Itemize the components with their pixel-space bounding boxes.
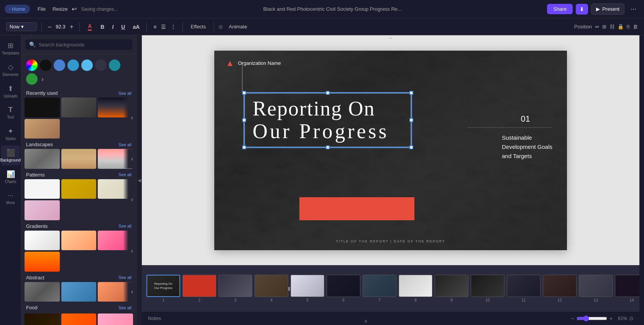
sidebar-item-uploads[interactable]: ⬆ Uploads bbox=[1, 81, 20, 101]
canvas-expand-handle[interactable]: ⌃ bbox=[389, 37, 393, 42]
font-selector[interactable]: Now ▾ bbox=[6, 22, 37, 31]
fit-button[interactable]: ⊡ bbox=[629, 316, 633, 321]
abstract-thumb-1[interactable] bbox=[25, 282, 60, 302]
recently-used-see-all[interactable]: See all bbox=[118, 91, 131, 96]
gradient-thumb-4[interactable] bbox=[25, 252, 60, 272]
landscapes-more[interactable]: › bbox=[123, 149, 134, 169]
file-menu[interactable]: File bbox=[34, 5, 49, 13]
slide[interactable]: ▲ Organization Name bbox=[214, 51, 567, 250]
case-button[interactable]: aA bbox=[130, 22, 142, 31]
color-chip-green[interactable] bbox=[26, 73, 38, 85]
sidebar-item-more[interactable]: ··· More bbox=[1, 188, 20, 208]
pattern-thumb-4[interactable] bbox=[25, 200, 60, 220]
gradients-see-all[interactable]: See all bbox=[118, 224, 131, 228]
spacing-button[interactable]: ⇔ bbox=[595, 24, 599, 30]
bold-button[interactable]: B bbox=[98, 22, 107, 31]
thumbnail-9[interactable]: 9 bbox=[435, 275, 468, 302]
notes-collapse-button[interactable]: ∧ bbox=[364, 318, 368, 324]
thumbnail-2[interactable]: 2 bbox=[182, 275, 216, 302]
color-chips-more[interactable]: › bbox=[40, 74, 45, 85]
grid-button[interactable]: ⊞ bbox=[602, 24, 606, 30]
handle-tm[interactable] bbox=[326, 91, 330, 95]
thumbnail-3[interactable]: 3 bbox=[219, 275, 252, 302]
copy-style-button[interactable]: ⎘ bbox=[627, 24, 630, 30]
undo-button[interactable]: ↩ bbox=[72, 5, 77, 13]
share-button[interactable]: Share bbox=[547, 4, 573, 14]
position-button[interactable]: Position bbox=[574, 24, 592, 30]
text-color-button[interactable]: A bbox=[84, 21, 95, 32]
abstract-see-all[interactable]: See all bbox=[118, 275, 131, 280]
color-chip-blue2[interactable] bbox=[67, 59, 79, 71]
recently-used-more[interactable]: › bbox=[123, 97, 134, 139]
recent-thumb-2[interactable] bbox=[61, 97, 97, 117]
zoom-in-button[interactable]: + bbox=[610, 315, 613, 322]
zoom-slider[interactable] bbox=[577, 315, 607, 322]
patterns-see-all[interactable]: See all bbox=[118, 172, 131, 177]
color-chip-blue3[interactable] bbox=[81, 59, 93, 71]
thumbnail-13[interactable]: 13 bbox=[579, 275, 613, 302]
italic-button[interactable]: I bbox=[110, 22, 116, 31]
underline-button[interactable]: U bbox=[119, 22, 127, 31]
present-button[interactable]: ▶ Present bbox=[591, 3, 624, 15]
notes-label[interactable]: Notes bbox=[148, 315, 161, 321]
animate-button[interactable]: Animate bbox=[226, 22, 250, 31]
landscapes-see-all[interactable]: See all bbox=[118, 142, 131, 147]
search-input[interactable] bbox=[39, 42, 128, 48]
handle-bm[interactable] bbox=[326, 145, 330, 149]
recent-thumb-1[interactable] bbox=[25, 97, 60, 117]
handle-lm[interactable] bbox=[242, 118, 246, 122]
thumbnail-14[interactable]: 14 bbox=[615, 275, 639, 302]
color-chip-rainbow[interactable] bbox=[26, 59, 38, 71]
landscape-thumb-2[interactable] bbox=[61, 149, 97, 169]
font-size-decrease[interactable]: – bbox=[46, 23, 53, 31]
thumbnail-4[interactable]: 4 bbox=[255, 275, 288, 302]
food-thumb-2[interactable] bbox=[61, 313, 97, 325]
food-thumb-3[interactable] bbox=[98, 313, 133, 325]
resize-menu[interactable]: Resize bbox=[49, 5, 71, 13]
food-see-all[interactable]: See all bbox=[118, 305, 131, 310]
zoom-out-button[interactable]: − bbox=[571, 315, 574, 322]
thumbnail-12[interactable]: 12 bbox=[543, 275, 577, 302]
thumbnail-6[interactable]: 6 bbox=[327, 275, 360, 302]
gradient-thumb-1[interactable] bbox=[25, 231, 60, 251]
align-list-button[interactable]: ☰ bbox=[159, 23, 168, 31]
color-chip-blue1[interactable] bbox=[54, 59, 65, 71]
main-text-box[interactable]: Reporting On Our Progress bbox=[243, 92, 412, 148]
gradients-more[interactable]: › bbox=[123, 231, 134, 272]
patterns-more[interactable]: › bbox=[123, 179, 134, 220]
handle-tr[interactable] bbox=[409, 91, 413, 95]
handle-tl[interactable] bbox=[242, 91, 246, 95]
thumbnail-8[interactable]: 8 bbox=[399, 275, 432, 302]
home-button[interactable]: ‹ Home bbox=[5, 5, 30, 13]
sidebar-item-templates[interactable]: ⊞ Templates bbox=[1, 38, 20, 58]
sidebar-item-text[interactable]: T Text bbox=[1, 103, 20, 122]
thumbnail-5[interactable]: 5 bbox=[291, 275, 324, 302]
delete-button[interactable]: 🗑 bbox=[633, 24, 638, 30]
align-list2-button[interactable]: ⋮ bbox=[169, 23, 178, 31]
color-chip-black[interactable] bbox=[40, 59, 51, 71]
sidebar-item-styles[interactable]: ✦ Styles bbox=[1, 124, 20, 144]
recent-thumb-4[interactable] bbox=[25, 119, 60, 139]
thumbnail-7[interactable]: 7 bbox=[363, 275, 396, 302]
handle-bl[interactable] bbox=[242, 145, 246, 149]
color-chip-dark[interactable] bbox=[95, 59, 107, 71]
sidebar-item-charts[interactable]: 📊 Charts bbox=[1, 167, 20, 187]
align-left-button[interactable]: ≡ bbox=[151, 23, 158, 31]
pattern-thumb-1[interactable] bbox=[25, 179, 60, 199]
more-options-button[interactable]: ··· bbox=[628, 3, 639, 15]
gradient-thumb-2[interactable] bbox=[61, 231, 97, 251]
food-thumb-1[interactable] bbox=[25, 313, 60, 325]
canvas-scroll[interactable]: ▲ Organization Name bbox=[142, 35, 639, 265]
abstract-thumb-2[interactable] bbox=[61, 282, 97, 302]
lock-button[interactable]: 🔒 bbox=[618, 24, 624, 30]
link-button[interactable]: ⛓ bbox=[610, 24, 614, 30]
sidebar-item-elements[interactable]: ◇ Elements bbox=[1, 60, 20, 80]
landscape-thumb-1[interactable] bbox=[25, 149, 60, 169]
font-size-increase[interactable]: + bbox=[68, 23, 75, 31]
handle-br[interactable] bbox=[409, 145, 413, 149]
download-button[interactable]: ⬇ bbox=[576, 4, 588, 15]
sidebar-item-background[interactable]: ⬛ Background bbox=[1, 145, 20, 165]
handle-rm[interactable] bbox=[409, 118, 413, 122]
thumbnail-10[interactable]: 10 bbox=[471, 275, 504, 302]
color-chip-teal[interactable] bbox=[109, 59, 120, 71]
